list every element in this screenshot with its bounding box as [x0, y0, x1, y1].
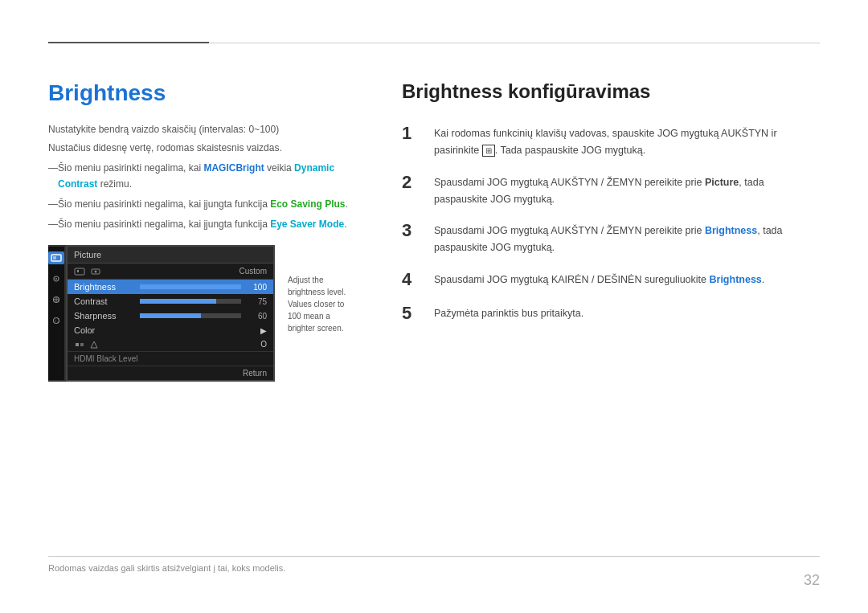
monitor-sharpness-value: 60 — [251, 312, 267, 321]
step-number-3: 3 — [402, 219, 421, 257]
dash1-magic: MAGICBright — [203, 162, 264, 174]
page-container: Brightness Nustatykite bendrą vaizdo ska… — [0, 0, 868, 613]
monitor-sidebar: i — [48, 245, 66, 382]
dash3-suffix: . — [344, 219, 346, 230]
dash3-highlight: Eye Saver Mode — [270, 219, 344, 230]
svg-point-3 — [55, 278, 57, 280]
monitor-icon2 — [90, 268, 101, 276]
dash2-prefix: Šio meniu pasirinkti negalima, kai įjung… — [58, 198, 270, 210]
monitor-color-label: Color — [74, 325, 130, 335]
page-number: 32 — [804, 572, 820, 589]
submenu-value: O — [260, 340, 267, 349]
step4-highlight: Brightness — [710, 274, 762, 285]
section-title: Brightness — [48, 80, 354, 106]
dash1-suffix: režimu. — [97, 178, 132, 190]
right-column-title: Brightness konfigūravimas — [402, 80, 820, 103]
step-item-5: 5 Pažymėta parinktis bus pritaikyta. — [402, 302, 820, 325]
step-list: 1 Kai rodomas funkcinių klavišų vadovas,… — [402, 122, 820, 325]
dash1-middle: veikia — [264, 162, 294, 174]
monitor-brightness-label: Brightness — [74, 282, 130, 292]
sidebar-icon-3 — [48, 293, 64, 306]
footer-note: Rodomas vaizdas gali skirtis atsižvelgia… — [48, 556, 820, 573]
monitor-menu-title: Picture — [74, 250, 101, 260]
monitor-topbar: Picture — [68, 247, 273, 264]
dash-item-1: Šio meniu pasirinkti negalima, kai MAGIC… — [48, 161, 354, 191]
monitor-brightness-row: Brightness 100 — [68, 280, 273, 294]
sidebar-icon-2 — [48, 272, 64, 285]
svg-rect-1 — [53, 256, 56, 260]
monitor-sharpness-row: Sharpness 60 — [68, 309, 273, 323]
monitor-sharpness-label: Sharpness — [74, 311, 130, 321]
step-text-1: Kai rodomas funkcinių klavišų vadovas, s… — [434, 122, 820, 160]
step-text-2: Spausdami JOG mygtuką AUKŠTYN / ŽEMYN pe… — [434, 171, 820, 209]
description-line1: Nustatykite bendrą vaizdo skaisčių (inte… — [48, 122, 354, 137]
left-column: Brightness Nustatykite bendrą vaizdo ska… — [48, 72, 354, 382]
monitor-icon1 — [74, 268, 85, 276]
content-columns: Brightness Nustatykite bendrą vaizdo ska… — [48, 72, 820, 382]
svg-rect-14 — [80, 343, 84, 346]
dash-item-3: Šio meniu pasirinkti negalima, kai įjung… — [48, 217, 354, 232]
sidebar-icon-4: i — [48, 314, 64, 327]
monitor-brightness-fill — [140, 284, 241, 289]
step-number-5: 5 — [402, 302, 421, 325]
monitor-bottom-bar: Return — [68, 366, 273, 380]
monitor-brightness-value: 100 — [251, 283, 267, 292]
dash1-prefix: Šio meniu pasirinkti negalima, kai — [58, 162, 203, 174]
step-text-4: Spausdami JOG mygtuką KAIRĖN / DEŠINĖN s… — [434, 268, 764, 292]
step-item-1: 1 Kai rodomas funkcinių klavišų vadovas,… — [402, 122, 820, 160]
monitor-icons-row: Custom — [68, 264, 273, 280]
step-item-2: 2 Spausdami JOG mygtuką AUKŠTYN / ŽEMYN … — [402, 171, 820, 209]
step-number-2: 2 — [402, 171, 421, 209]
monitor-contrast-label: Contrast — [74, 296, 130, 306]
description-line2: Nustačius didesnę vertę, rodomas skaiste… — [48, 141, 354, 156]
step-text-5: Pažymėta parinktis bus pritaikyta. — [434, 302, 583, 325]
monitor-custom-label: Custom — [240, 267, 267, 276]
monitor-return-label: Return — [243, 369, 267, 378]
monitor-contrast-bar — [140, 299, 241, 304]
step-item-4: 4 Spausdami JOG mygtuką KAIRĖN / DEŠINĖN… — [402, 268, 820, 292]
submenu-icon — [74, 341, 85, 349]
top-divider — [48, 42, 820, 43]
step3-highlight: Brightness — [705, 225, 757, 236]
svg-rect-13 — [76, 343, 79, 346]
right-column: Brightness konfigūravimas 1 Kai rodomas … — [402, 72, 820, 382]
monitor-color-row: Color ▶ — [68, 323, 273, 337]
monitor-sharpness-bar — [140, 313, 241, 318]
monitor-contrast-value: 75 — [251, 297, 267, 306]
divider-light — [209, 43, 820, 43]
monitor-brightness-bar — [140, 284, 241, 289]
svg-rect-10 — [77, 270, 79, 272]
monitor-hdmi-row: HDMI Black Level — [68, 351, 273, 366]
monitor-mockup: i Picture — [48, 245, 354, 382]
monitor-contrast-row: Contrast 75 — [68, 294, 273, 309]
step-number-4: 4 — [402, 268, 421, 292]
divider-dark — [48, 42, 209, 43]
dash3-prefix: Šio meniu pasirinkti negalima, kai įjung… — [58, 219, 270, 230]
dash-item-2: Šio meniu pasirinkti negalima, kai įjung… — [48, 197, 354, 212]
monitor-sharpness-fill — [140, 313, 201, 318]
monitor-screen-area: Picture Custom — [66, 245, 275, 382]
step-item-3: 3 Spausdami JOG mygtuką AUKŠTYN / ŽEMYN … — [402, 219, 820, 257]
monitor-submenu-row: O — [68, 337, 273, 351]
step-number-1: 1 — [402, 122, 421, 160]
submenu-icon2 — [90, 341, 98, 349]
sidebar-icon-picture — [48, 251, 64, 264]
step2-highlight: Picture — [705, 177, 739, 188]
annotation-box: Adjust the brightness level. Values clos… — [281, 269, 354, 339]
step1-icon: ⊞ — [482, 145, 495, 157]
monitor-hdmi-label: HDMI Black Level — [74, 354, 137, 363]
dash2-suffix: . — [346, 198, 348, 210]
monitor-contrast-fill — [140, 299, 216, 304]
monitor-screen: Picture Custom — [66, 245, 275, 382]
step-text-3: Spausdami JOG mygtuką AUKŠTYN / ŽEMYN pe… — [434, 219, 820, 257]
svg-rect-9 — [75, 268, 84, 275]
monitor-color-arrow: ▶ — [260, 326, 267, 335]
footer-note-text: Rodomas vaizdas gali skirtis atsižvelgia… — [48, 563, 285, 573]
dash2-highlight: Eco Saving Plus — [270, 198, 345, 210]
svg-text:i: i — [55, 318, 56, 323]
svg-point-12 — [95, 270, 97, 272]
